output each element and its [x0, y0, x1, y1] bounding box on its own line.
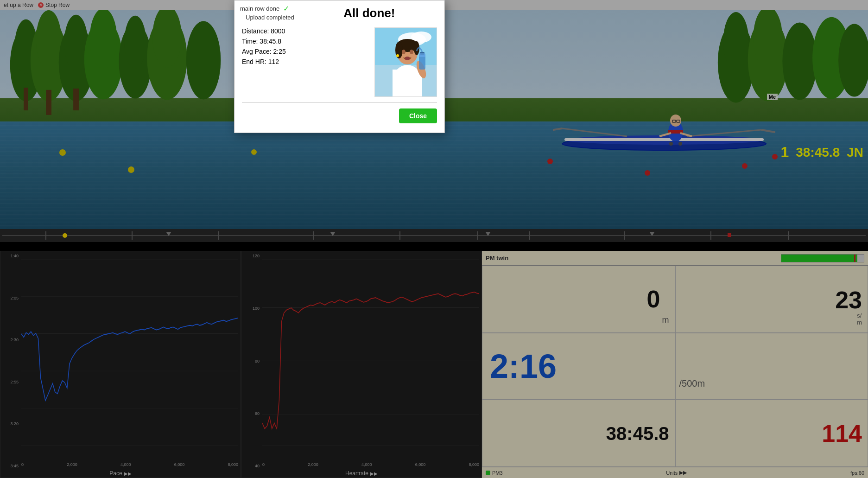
- stat-avg-pace: Avg Pace: 2:25: [242, 48, 367, 55]
- modal-body: Distance: 8000 Time: 38:45.8 Avg Pace: 2…: [234, 22, 444, 102]
- svg-rect-64: [393, 70, 422, 97]
- modal-footer: Close: [234, 103, 444, 123]
- stat-time: Time: 38:45.8: [242, 38, 367, 45]
- modal-photo: [374, 27, 437, 97]
- svg-rect-68: [419, 53, 425, 57]
- modal-stats: Distance: 8000 Time: 38:45.8 Avg Pace: 2…: [242, 27, 367, 97]
- svg-point-60: [402, 50, 405, 54]
- modal-upload-status: Upload completed: [240, 13, 300, 22]
- modal-main-done: main row done: [240, 5, 279, 12]
- modal-title: All done!: [309, 4, 439, 20]
- checkmark-icon: ✓: [283, 4, 289, 13]
- modal-header: main row done ✓ Upload completed All don…: [234, 0, 444, 22]
- modal-main-row: main row done ✓: [240, 4, 300, 13]
- stat-distance: Distance: 8000: [242, 27, 367, 35]
- completion-modal: main row done ✓ Upload completed All don…: [234, 0, 445, 133]
- stat-end-hr: End HR: 112: [242, 58, 367, 65]
- svg-point-69: [405, 57, 410, 60]
- close-button[interactable]: Close: [399, 108, 437, 123]
- photo-svg: [375, 28, 437, 97]
- svg-point-62: [396, 54, 399, 57]
- svg-point-61: [410, 50, 413, 54]
